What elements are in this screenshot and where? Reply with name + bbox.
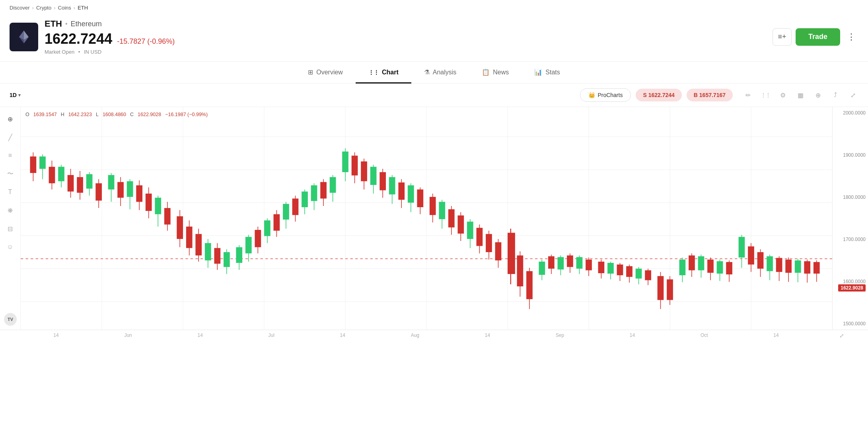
text-tool[interactable]: T xyxy=(4,187,17,198)
date-axis-container: 14 Jun 14 Jul 14 Aug 14 Sep 14 Oct 14 ⤢ xyxy=(0,330,868,341)
ohlc-c-val: 1622.9028 xyxy=(138,112,161,117)
svg-rect-39 xyxy=(117,182,124,198)
breadcrumb-coins[interactable]: Coins xyxy=(58,5,71,11)
candlestick-chart xyxy=(21,107,832,330)
date-label-14b: 14 xyxy=(197,332,202,339)
svg-rect-111 xyxy=(467,222,473,239)
svg-rect-89 xyxy=(361,161,367,181)
ohlc-l-val: 1608.4860 xyxy=(103,112,126,117)
svg-rect-35 xyxy=(95,183,102,201)
date-label-aug: Aug xyxy=(411,332,419,339)
svg-rect-81 xyxy=(320,182,327,198)
pencil-icon[interactable]: ✏ xyxy=(742,89,753,101)
tab-news-label: News xyxy=(493,69,509,76)
plus-circle-icon[interactable]: ⊕ xyxy=(812,89,823,101)
svg-rect-77 xyxy=(302,192,308,207)
buy-button[interactable]: B 1657.7167 xyxy=(687,89,733,101)
svg-rect-107 xyxy=(448,209,455,227)
tab-overview[interactable]: ⊞ Overview xyxy=(295,62,356,84)
svg-rect-123 xyxy=(526,271,533,299)
breadcrumb: Discover › Crypto › Coins › ETH xyxy=(0,0,868,16)
tab-news[interactable]: 📋 News xyxy=(469,62,522,84)
expand-date-icon[interactable]: ⤢ xyxy=(812,332,847,339)
svg-rect-45 xyxy=(146,194,152,211)
tab-chart[interactable]: ⋮⋮ Chart xyxy=(356,62,411,84)
svg-rect-127 xyxy=(548,256,555,268)
ohlc-o-label: O xyxy=(25,112,29,117)
svg-rect-59 xyxy=(214,248,220,264)
news-icon: 📋 xyxy=(482,68,490,76)
breadcrumb-sep-3: › xyxy=(74,5,75,11)
svg-rect-99 xyxy=(408,185,414,203)
price-scale: 2000.0000 1900.0000 1800.0000 1700.0000 … xyxy=(832,107,868,330)
tab-stats[interactable]: 📊 Stats xyxy=(522,62,572,84)
header-info: ETH • Ethereum 1622.7244 -15.7827 (-0.96… xyxy=(45,19,773,55)
list-plus-icon: ≡+ xyxy=(778,33,786,41)
more-options-button[interactable]: ⋮ xyxy=(844,28,858,46)
watchlist-button[interactable]: ≡+ xyxy=(773,28,792,46)
tab-analysis[interactable]: ⚗ Analysis xyxy=(411,62,469,84)
horizontal-line-tool[interactable]: ≡ xyxy=(4,150,17,161)
breadcrumb-crypto[interactable]: Crypto xyxy=(36,5,51,11)
market-row: Market Open • IN USD xyxy=(45,49,773,55)
timeframe-value: 1D xyxy=(10,92,17,98)
crosshair-tool[interactable]: ⊕ xyxy=(4,113,17,124)
svg-rect-103 xyxy=(430,197,436,215)
sell-button[interactable]: S 1622.7244 xyxy=(636,89,681,101)
chart-main: O 1639.1547 H 1642.2323 L 1608.4860 C 16… xyxy=(21,107,832,330)
svg-rect-27 xyxy=(58,167,64,181)
svg-rect-79 xyxy=(311,185,317,201)
tradingview-watermark: TV xyxy=(4,313,17,326)
expand-icon[interactable]: ⤢ xyxy=(847,89,858,101)
svg-rect-171 xyxy=(767,256,773,271)
stats-icon: 📊 xyxy=(534,68,542,76)
price-level-1500: 1500.0000 xyxy=(835,321,866,327)
svg-rect-161 xyxy=(717,261,723,274)
svg-rect-21 xyxy=(30,156,37,173)
emoji-tool[interactable]: ☺ xyxy=(4,241,17,253)
svg-rect-125 xyxy=(539,262,545,275)
svg-rect-139 xyxy=(607,263,614,274)
market-status: Market Open xyxy=(45,49,74,55)
sliders-tool[interactable]: ⊟ xyxy=(4,223,17,234)
svg-rect-85 xyxy=(342,152,348,172)
svg-rect-151 xyxy=(667,279,673,300)
svg-rect-137 xyxy=(598,262,605,273)
breadcrumb-eth: ETH xyxy=(78,5,88,11)
price-row: 1622.7244 -15.7827 (-0.96%) xyxy=(45,31,773,47)
nodes-tool[interactable]: ❋ xyxy=(4,205,17,216)
ohlc-h-val: 1642.2323 xyxy=(68,112,92,117)
price: 1622.7244 xyxy=(45,31,112,47)
procharts-label: ProCharts xyxy=(597,92,623,98)
svg-rect-63 xyxy=(236,247,242,263)
line-tool[interactable]: ╱ xyxy=(4,132,17,143)
date-label-jul: Jul xyxy=(269,332,274,339)
share-icon[interactable]: ⤴ xyxy=(830,89,841,101)
breadcrumb-sep-1: › xyxy=(32,5,34,11)
svg-rect-175 xyxy=(785,260,792,273)
date-axis: 14 Jun 14 Jul 14 Aug 14 Sep 14 Oct 14 xyxy=(21,332,812,339)
chart-toolbar: 1D ▾ 👑 ProCharts S 1622.7244 B 1657.7167… xyxy=(0,84,868,107)
svg-rect-61 xyxy=(224,252,230,267)
settings-icon[interactable]: ⚙ xyxy=(777,89,788,101)
timeframe-selector[interactable]: 1D ▾ xyxy=(10,92,21,98)
svg-rect-41 xyxy=(127,181,133,197)
tab-stats-label: Stats xyxy=(545,69,560,76)
breadcrumb-discover[interactable]: Discover xyxy=(10,5,30,11)
svg-rect-133 xyxy=(576,257,583,268)
procharts-button[interactable]: 👑 ProCharts xyxy=(580,88,631,102)
svg-rect-95 xyxy=(389,177,395,194)
svg-rect-83 xyxy=(330,177,336,192)
curve-tool[interactable]: 〜 xyxy=(4,168,17,179)
svg-rect-49 xyxy=(164,208,171,224)
svg-rect-145 xyxy=(636,269,642,279)
svg-rect-129 xyxy=(558,257,564,269)
svg-rect-149 xyxy=(658,276,664,300)
price-level-1600: 1600.0000 xyxy=(835,279,866,284)
timeframe-arrow: ▾ xyxy=(18,93,21,98)
trade-button[interactable]: Trade xyxy=(796,28,840,46)
bar-chart-icon[interactable]: ▦ xyxy=(795,89,806,101)
svg-rect-91 xyxy=(370,167,377,185)
name-row: ETH • Ethereum xyxy=(45,19,773,29)
candles-icon[interactable]: ⋮⋮ xyxy=(760,89,771,101)
